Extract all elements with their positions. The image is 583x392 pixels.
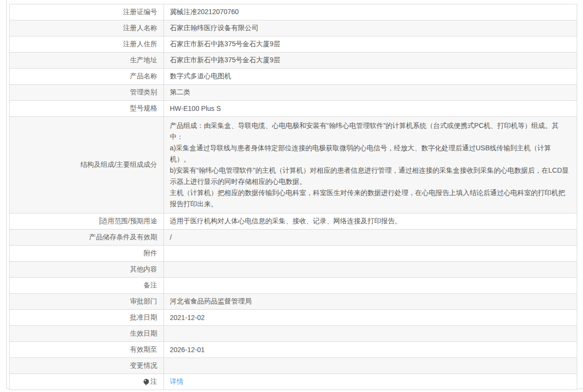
table-row: 管理类别第二类 — [10, 85, 577, 101]
note-icon — [144, 379, 149, 384]
page-container: 注册证编号冀械注准20212070760注册人名称石家庄翰纬医疗设备有限公司注册… — [6, 0, 583, 389]
row-value: 2021-12-02 — [164, 310, 577, 326]
row-label-text: 产品名称 — [130, 72, 157, 80]
row-label: 结构及组成/主要组成成分 — [10, 117, 164, 214]
row-value-text: 石家庄翰纬医疗设备有限公司 — [170, 24, 258, 32]
row-value-text: 数字式多道心电图机 — [170, 72, 231, 80]
row-label-text: 结构及组成/主要组成成分 — [80, 160, 157, 168]
row-label: 备注 — [10, 278, 164, 294]
table-row: 注册人名称石家庄翰纬医疗设备有限公司 — [10, 20, 577, 36]
row-label: 附件 — [10, 246, 164, 262]
row-label-text: 适用范围/预期用途 — [101, 217, 157, 225]
row-value: 石家庄市新石中路375号金石大厦9层 — [164, 53, 577, 69]
row-label-text: 生效日期 — [130, 329, 157, 337]
row-value: 石家庄市新石中路375号金石大厦9层 — [164, 36, 577, 53]
row-value — [164, 326, 577, 342]
row-label-text: 注册人名称 — [123, 24, 157, 32]
row-label-text: 型号规格 — [130, 104, 157, 112]
row-label: 管理类别 — [10, 85, 164, 101]
row-value: 冀械注准20212070760 — [164, 4, 577, 20]
row-value-text: 石家庄市新石中路375号金石大厦9层 — [170, 56, 280, 64]
row-label: 其他内容 — [10, 262, 164, 278]
row-label-text: 批准日期 — [130, 313, 157, 321]
table-row: 产品储存条件及有效期/ — [10, 230, 577, 246]
row-value — [164, 358, 577, 374]
table-row: 注详情 — [10, 374, 577, 390]
row-value: 详情 — [164, 374, 577, 390]
row-value-text: 2021-12-02 — [170, 314, 205, 321]
row-label: 有效期至 — [10, 342, 164, 358]
table-row: 注册人住所石家庄市新石中路375号金石大厦9层 — [10, 36, 577, 53]
row-value-text: 适用于医疗机构对人体心电信息的采集、接收、记录、网络连接及打印报告。 — [170, 217, 401, 225]
table-row: 批准日期2021-12-02 — [10, 310, 577, 326]
row-label: 注册人名称 — [10, 20, 164, 36]
row-label: 批准日期 — [10, 310, 164, 326]
row-value — [164, 246, 577, 262]
row-value: 产品组成：由采集盒、导联电缆、心电电极和安装有“翰纬心电管理软件”的计算机系统（… — [164, 117, 577, 214]
row-label: 生效日期 — [10, 326, 164, 342]
row-label: 生产地址 — [10, 53, 164, 69]
table-row: 附件 — [10, 246, 577, 262]
row-value: 数字式多道心电图机 — [164, 69, 577, 85]
table-row: 产品名称数字式多道心电图机 — [10, 69, 577, 85]
table-row: 型号规格HW-E100 Plus S — [10, 101, 577, 117]
row-label-text: 注 — [150, 377, 157, 385]
row-label-text: 注册人住所 — [123, 40, 157, 48]
registration-table: 注册证编号冀械注准20212070760注册人名称石家庄翰纬医疗设备有限公司注册… — [9, 4, 577, 390]
row-label: 产品名称 — [10, 69, 164, 85]
row-value — [164, 278, 577, 294]
row-label-text: 审批部门 — [130, 297, 157, 305]
row-label: 产品储存条件及有效期 — [10, 230, 164, 246]
row-label-text: 备注 — [144, 281, 157, 289]
row-label: 注册人住所 — [10, 36, 164, 53]
row-label: 型号规格 — [10, 101, 164, 117]
row-value: 石家庄翰纬医疗设备有限公司 — [164, 20, 577, 36]
row-value: 河北省食品药品监督管理局 — [164, 294, 577, 310]
row-value: 适用于医疗机构对人体心电信息的采集、接收、记录、网络连接及打印报告。 — [164, 214, 577, 230]
table-row: 生产地址石家庄市新石中路375号金石大厦9层 — [10, 53, 577, 69]
table-row: 有效期至2026-12-01 — [10, 342, 577, 358]
table-row: 其他内容 — [10, 262, 577, 278]
row-label: 注 — [10, 374, 164, 390]
row-label: 变更情况 — [10, 358, 164, 374]
row-value-text: 2026-12-01 — [170, 346, 205, 354]
row-value-text: 河北省食品药品监督管理局 — [170, 297, 252, 305]
row-label: 适用范围/预期用途 — [10, 214, 164, 230]
details-link[interactable]: 详情 — [170, 377, 183, 385]
table-row: 审批部门河北省食品药品监督管理局 — [10, 294, 577, 310]
row-label-text: 管理类别 — [130, 88, 157, 96]
row-value-text: 冀械注准20212070760 — [170, 8, 239, 16]
text-caret — [100, 217, 100, 225]
table-row: 注册证编号冀械注准20212070760 — [10, 4, 577, 20]
row-value: 2026-12-01 — [164, 342, 577, 358]
row-value-text: 产品组成：由采集盒、导联电缆、心电电极和安装有“翰纬心电管理软件”的计算机系统（… — [170, 120, 571, 210]
registration-table-body: 注册证编号冀械注准20212070760注册人名称石家庄翰纬医疗设备有限公司注册… — [10, 4, 577, 390]
row-label-text: 变更情况 — [130, 361, 157, 369]
row-value: / — [164, 230, 577, 246]
table-row: 备注 — [10, 278, 577, 294]
row-value-text: 第二类 — [170, 88, 190, 96]
table-row: 适用范围/预期用途适用于医疗机构对人体心电信息的采集、接收、记录、网络连接及打印… — [10, 214, 577, 230]
row-label: 注册证编号 — [10, 4, 164, 20]
row-value: 第二类 — [164, 85, 577, 101]
row-label-text: 其他内容 — [130, 265, 157, 273]
table-row: 结构及组成/主要组成成分产品组成：由采集盒、导联电缆、心电电极和安装有“翰纬心电… — [10, 117, 577, 214]
row-value — [164, 262, 577, 278]
row-label-text: 产品储存条件及有效期 — [89, 233, 157, 241]
row-label: 审批部门 — [10, 294, 164, 310]
row-value: HW-E100 Plus S — [164, 101, 577, 117]
row-label-text: 注册证编号 — [123, 8, 157, 16]
table-row: 生效日期 — [10, 326, 577, 342]
row-label-text: 有效期至 — [130, 345, 157, 353]
row-value-text: HW-E100 Plus S — [170, 105, 221, 112]
row-value-text: 石家庄市新石中路375号金石大厦9层 — [170, 40, 280, 48]
row-label-text: 附件 — [144, 249, 157, 257]
table-row: 变更情况 — [10, 358, 577, 374]
row-label-text: 生产地址 — [130, 56, 157, 64]
row-value-text: / — [170, 233, 172, 241]
